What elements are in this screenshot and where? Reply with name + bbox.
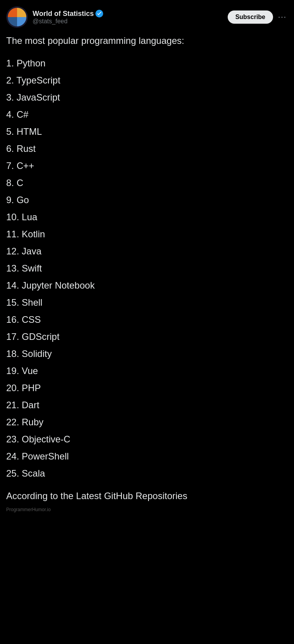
more-options-button[interactable]: ⋯ [276, 10, 288, 24]
account-info: World of Statistics @stats_feed [33, 10, 223, 25]
list-item: 20. PHP [6, 380, 288, 396]
list-item: 1. Python [6, 55, 288, 71]
verified-icon [95, 10, 103, 17]
list-item: 9. Go [6, 192, 288, 208]
list-item: 4. C# [6, 106, 288, 123]
list-item: 7. C++ [6, 158, 288, 174]
list-item: 6. Rust [6, 141, 288, 157]
list-item: 19. Vue [6, 363, 288, 379]
display-name: World of Statistics [33, 10, 94, 18]
list-item: 25. Scala [6, 465, 288, 482]
subscribe-button[interactable]: Subscribe [228, 10, 273, 24]
list-item: 24. PowerShell [6, 448, 288, 465]
list-item: 8. C [6, 175, 288, 191]
list-item: 21. Dart [6, 397, 288, 413]
languages-list: 1. Python2. TypeScript3. JavaScript4. C#… [6, 55, 288, 482]
list-item: 10. Lua [6, 209, 288, 225]
display-name-row: World of Statistics [33, 10, 223, 18]
post-header: World of Statistics @stats_feed Subscrib… [6, 6, 288, 28]
post-footer: According to the Latest GitHub Repositor… [6, 489, 288, 503]
list-item: 5. HTML [6, 124, 288, 140]
list-item: 11. Kotlin [6, 226, 288, 242]
list-item: 2. TypeScript [6, 72, 288, 89]
avatar[interactable] [6, 6, 28, 28]
list-item: 3. JavaScript [6, 89, 288, 106]
list-item: 23. Objective-C [6, 431, 288, 447]
username: @stats_feed [33, 18, 223, 25]
list-item: 12. Java [6, 243, 288, 259]
header-actions: Subscribe ⋯ [228, 10, 288, 24]
list-item: 14. Jupyter Notebook [6, 277, 288, 294]
watermark: ProgrammerHumor.io [6, 507, 288, 512]
post-intro: The most popular programming languages: [6, 34, 288, 47]
list-item: 18. Solidity [6, 346, 288, 362]
list-item: 13. Swift [6, 260, 288, 277]
list-item: 16. CSS [6, 312, 288, 328]
list-item: 15. Shell [6, 294, 288, 311]
list-item: 22. Ruby [6, 414, 288, 430]
list-item: 17. GDScript [6, 329, 288, 345]
